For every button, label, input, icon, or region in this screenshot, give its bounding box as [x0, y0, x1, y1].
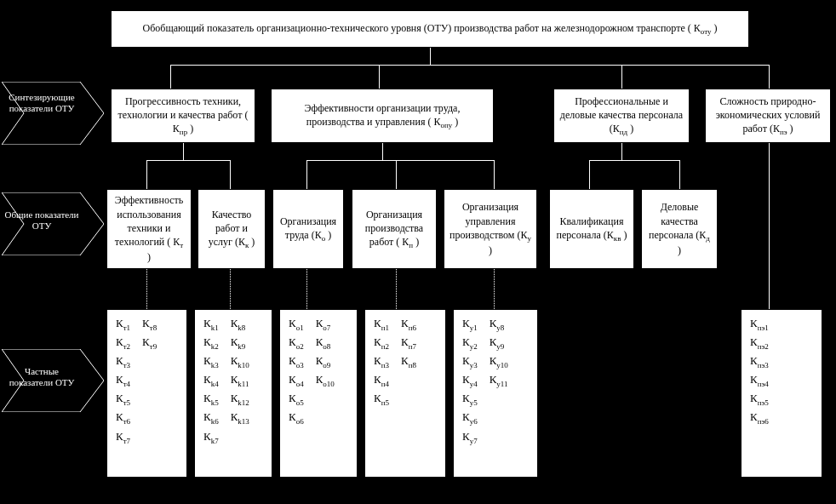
private-item: Ко2 [289, 334, 304, 352]
dotted [494, 269, 495, 309]
private-item: Кп5 [374, 390, 389, 409]
connector [430, 48, 431, 65]
private-item: Ко10 [316, 371, 335, 390]
private-item: Кп7 [401, 334, 416, 352]
private-item: Кk7 [203, 428, 219, 447]
private-item: Кk8 [231, 315, 249, 334]
top-box: Обобщающий показатель организационно-тех… [111, 10, 749, 48]
private-p: Кп1Кп2Кп3Кп4Кп5Кп6Кп7Кп8 [364, 309, 446, 478]
private-item: Кпэ3 [750, 352, 769, 371]
private-item: Кпэ6 [750, 409, 769, 427]
general-2: Организация труда (Ко ) [272, 189, 344, 269]
private-item: Кт8 [142, 315, 157, 334]
synth-1: Эффективности организации труда, произво… [271, 89, 494, 143]
private-item: Кпэ1 [750, 315, 769, 334]
connector [146, 160, 147, 189]
private-item: Кт5 [116, 390, 130, 409]
private-item: Ку3 [462, 352, 478, 371]
arrow-general [2, 192, 104, 255]
private-item: Кп6 [401, 315, 416, 334]
private-item: Ко1 [289, 315, 304, 334]
private-item: Кп4 [374, 371, 389, 390]
private-item: Ку1 [462, 315, 478, 334]
private-item: Кт9 [142, 334, 157, 352]
private-o: Ко1Ко2Ко3Ко4Ко5Ко6Ко7Ко8Ко9Ко10 [279, 309, 358, 478]
dotted [146, 269, 147, 309]
private-pe: Кпэ1Кпэ2Кпэ3Кпэ4Кпэ5Кпэ6 [741, 309, 822, 478]
general-4: Организация управления производством (Ку… [444, 189, 537, 269]
private-item: Ко5 [289, 390, 304, 409]
arrow-private [2, 349, 104, 412]
connector [396, 160, 397, 189]
connector [230, 160, 231, 189]
private-item: Кk10 [231, 352, 249, 371]
private-item: Кk1 [203, 315, 219, 334]
private-item: Ку6 [462, 409, 478, 427]
private-item: Ку7 [462, 428, 478, 447]
connector [494, 160, 495, 189]
private-item: Ко6 [289, 409, 304, 427]
top-text: Обобщающий показатель организационно-тех… [143, 22, 701, 34]
private-item: Кп1 [374, 315, 389, 334]
connector [769, 143, 770, 309]
private-item: Кпэ5 [750, 390, 769, 409]
connector [146, 160, 230, 161]
private-item: Кk6 [203, 409, 219, 427]
private-item: Кп8 [401, 352, 416, 371]
synth-0: Прогрессивность техники, технологии и ка… [111, 89, 255, 143]
dotted [306, 269, 307, 309]
arrow-synth [2, 82, 104, 145]
private-k: Кk1Кk2Кk3Кk4Кk5Кk6Кk7Кk8Кk9Кk10Кk11Кk12К… [194, 309, 272, 478]
general-0: Эффективность использования техники и те… [106, 189, 192, 269]
connector [769, 65, 770, 89]
private-item: Кпэ4 [750, 371, 769, 390]
general-1: Качество работ и услуг (Кк ) [198, 189, 266, 269]
private-item: Ку2 [462, 334, 478, 352]
private-item: Кт6 [116, 409, 130, 427]
private-item: Кп2 [374, 334, 389, 352]
private-item: Кт7 [116, 428, 130, 447]
connector [589, 160, 590, 189]
private-item: Ку10 [490, 352, 508, 371]
private-t: Кт1Кт2Кт3Кт4Кт5Кт6Кт7Кт8Кт9 [106, 309, 187, 478]
connector [621, 143, 622, 160]
connector [183, 143, 184, 160]
connector [679, 160, 680, 189]
private-item: Ку8 [490, 315, 508, 334]
private-item: Ку5 [462, 390, 478, 409]
private-item: Кт4 [116, 371, 130, 390]
private-item: Кт3 [116, 352, 130, 371]
private-item: Кп3 [374, 352, 389, 371]
connector [306, 160, 307, 189]
private-item: Кпэ2 [750, 334, 769, 352]
private-item: Кk12 [231, 390, 249, 409]
connector [170, 65, 171, 89]
top-close: ) [711, 22, 717, 34]
general-5: Квалификация персонала (Ккв ) [549, 189, 634, 269]
connector [379, 65, 380, 89]
private-item: Кk13 [231, 409, 249, 427]
private-item: Ку4 [462, 371, 478, 390]
general-3: Организация производства работ ( Кп ) [352, 189, 437, 269]
synth-2: Профессиональные и деловые качества перс… [553, 89, 690, 143]
private-item: Кk11 [231, 371, 249, 390]
svg-marker-1 [2, 192, 104, 255]
top-sub: оту [701, 27, 712, 36]
dotted [396, 269, 397, 309]
svg-marker-0 [2, 82, 104, 145]
synth-3: Сложность природно-экономических условий… [705, 89, 831, 143]
connector [306, 160, 494, 161]
private-item: Ку9 [490, 334, 508, 352]
private-item: Ко3 [289, 352, 304, 371]
private-y: Ку1Ку2Ку3Ку4Ку5Ку6Ку7Ку8Ку9Ку10Ку11 [453, 309, 538, 478]
private-item: Кk5 [203, 390, 219, 409]
private-item: Ко8 [316, 334, 335, 352]
private-item: Ку11 [490, 371, 508, 390]
connector [382, 143, 383, 160]
private-item: Кk3 [203, 352, 219, 371]
private-item: Кk9 [231, 334, 249, 352]
dotted [230, 269, 231, 309]
private-item: Кт1 [116, 315, 130, 334]
general-6: Деловые качества персонала (Кд ) [641, 189, 718, 269]
connector [170, 65, 770, 66]
